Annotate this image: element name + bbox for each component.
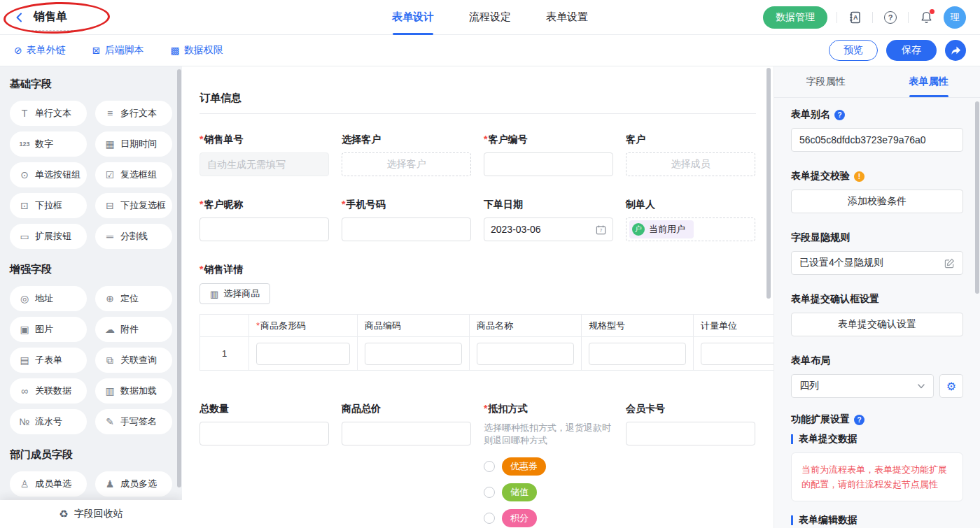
panel-scrollbar[interactable] [975,101,979,294]
field-type-number[interactable]: 123数字 [10,131,87,157]
barcode-input[interactable] [256,343,350,365]
field-type-datetime[interactable]: ▦日期时间 [95,131,172,157]
edit-icon[interactable] [944,258,955,269]
subform-icon: ▤ [19,355,30,366]
field-customer-no[interactable]: 客户编号 [484,134,613,176]
field-type-address[interactable]: ◎地址 [10,286,87,311]
canvas-scrollbar[interactable] [766,68,771,299]
radio-coupon[interactable] [484,461,495,472]
field-type-signature[interactable]: ✎手写签名 [95,409,172,434]
contact-book-icon[interactable]: A [846,9,863,26]
sales-order-no-input[interactable] [200,152,329,176]
col-unit: 计量单位 [694,315,774,337]
field-member-card-no[interactable]: 会员卡号 [626,403,755,445]
tab-field-properties[interactable]: 字段属性 [774,66,877,97]
field-customer[interactable]: 客户 选择成员 [626,134,755,176]
help-icon[interactable]: ? [882,9,899,26]
share-button[interactable] [945,40,966,61]
data-permission-link[interactable]: ▩ 数据权限 [170,44,223,57]
radio-points[interactable] [484,513,495,524]
field-type-divider[interactable]: ═分割线 [95,224,172,249]
form-layout-row: 四列 ⚙ [791,374,963,398]
field-type-attachment[interactable]: ☁附件 [95,317,172,342]
save-button[interactable]: 保存 [886,40,937,61]
edit-data-subhead: 表单编辑数据 [791,514,963,527]
add-check-condition-button[interactable]: 添加校验条件 [791,190,963,213]
help-glyph: ? [884,11,897,24]
field-type-data-load[interactable]: ▥数据加载 [95,378,172,404]
select-product-button[interactable]: ▥ 选择商品 [200,283,270,304]
data-manage-button[interactable]: 数据管理 [763,6,827,29]
field-recycle-bin[interactable]: ♻ 字段回收站 [0,500,182,528]
layout-settings-button[interactable]: ⚙ [939,374,963,398]
layout-select[interactable]: 四列 [791,374,934,398]
form-external-link[interactable]: ⊘ 表单外链 [14,44,66,57]
field-type-linked-data[interactable]: ∞关联数据 [10,378,87,404]
product-name-input[interactable] [477,343,574,365]
pill-label: 多行文本 [120,107,157,120]
field-select-customer[interactable]: 选择客户 选择客户 [342,134,471,176]
field-type-subform[interactable]: ▤子表单 [10,348,87,373]
deduction-option-points: 积分 [484,509,613,527]
phone-number-input[interactable] [342,217,471,241]
visibility-rules-box[interactable]: 已设置4个显隐规则 [791,251,963,275]
customer-member-picker[interactable]: 选择成员 [626,152,755,176]
field-type-member-single[interactable]: ♙成员单选 [10,471,87,497]
tab-form-setting[interactable]: 表单设置 [545,0,589,35]
radio-stored-value[interactable] [484,487,495,498]
total-price-input[interactable] [342,422,471,445]
submit-confirm-setting-button[interactable]: 表单提交确认设置 [791,313,963,336]
field-sales-order-no[interactable]: 销售单号 [200,134,329,176]
field-type-location[interactable]: ⊕定位 [95,286,172,311]
field-type-extend-button[interactable]: ▭扩展按钮 [10,224,87,249]
sidebar-scrollbar[interactable] [177,69,181,487]
tab-form-design[interactable]: 表单设计 [391,0,435,35]
field-deduction-method[interactable]: 抵扣方式 选择哪种抵扣方式，退货退款时则退回哪种方式 优惠券 储值 积分 无抵扣 [484,403,613,528]
preview-button[interactable]: 预览 [829,40,878,61]
product-code-input[interactable] [365,343,462,365]
spec-model-input[interactable] [589,343,686,365]
field-total-quantity[interactable]: 总数量 [200,403,329,445]
tab-flow-setting[interactable]: 流程设定 [468,0,512,35]
total-quantity-input[interactable] [200,422,329,445]
help-icon[interactable]: ? [854,415,864,425]
field-type-multi-line-text[interactable]: ≡多行文本 [95,101,172,126]
field-order-date[interactable]: 下单日期 2023-03-06 7 [484,199,613,241]
order-maker-picker[interactable]: 户 当前用户 [626,217,755,241]
field-type-radio-group[interactable]: ⊙单选按钮组 [10,162,87,187]
chevron-down-icon [917,382,925,390]
field-type-checkbox-group[interactable]: ☑复选框组 [95,162,172,187]
field-total-price[interactable]: 商品总价 [342,403,471,445]
backend-script-link[interactable]: ⊠ 后端脚本 [92,44,144,57]
field-type-multi-select[interactable]: ⊟下拉复选框 [95,193,172,218]
chevron-left-icon [14,12,25,23]
field-order-maker[interactable]: 制单人 户 当前用户 [626,199,755,241]
help-icon[interactable]: ? [834,110,845,120]
field-customer-nickname[interactable]: 客户昵称 [200,199,329,241]
user-avatar[interactable]: 理 [944,6,966,29]
customer-nickname-input[interactable] [200,217,329,241]
section-marker [791,434,793,444]
field-type-select[interactable]: ⊡下拉框 [10,193,87,218]
field-type-single-line-text[interactable]: T单行文本 [10,101,87,126]
toolbar-actions: 预览 保存 [829,40,966,61]
calendar-icon: 7 [596,224,606,235]
select-customer-picker[interactable]: 选择客户 [342,152,471,176]
field-type-linked-query[interactable]: ⧉关联查询 [95,348,172,373]
unit-input[interactable] [701,343,774,365]
field-type-image[interactable]: ▣图片 [10,317,87,342]
header-actions: 数据管理 A ? 理 [763,6,966,29]
order-date-picker[interactable]: 2023-03-06 7 [484,217,613,241]
customer-no-input[interactable] [484,152,613,176]
field-label: 抵扣方式 [484,403,613,415]
back-button[interactable] [14,12,25,23]
tab-form-properties[interactable]: 表单属性 [877,66,980,97]
field-type-member-multi[interactable]: ♟成员多选 [95,471,172,497]
pill-label: 流水号 [35,415,62,428]
notification-bell-icon[interactable] [918,9,934,26]
field-phone-number[interactable]: 手机号码 [342,199,471,241]
form-alias-input[interactable]: 56c05c8dfdcb3723e79a76a0 [791,128,963,152]
multi-select-icon: ⊟ [104,200,115,211]
field-type-serial-number[interactable]: №流水号 [10,409,87,434]
member-card-input[interactable] [626,422,755,445]
